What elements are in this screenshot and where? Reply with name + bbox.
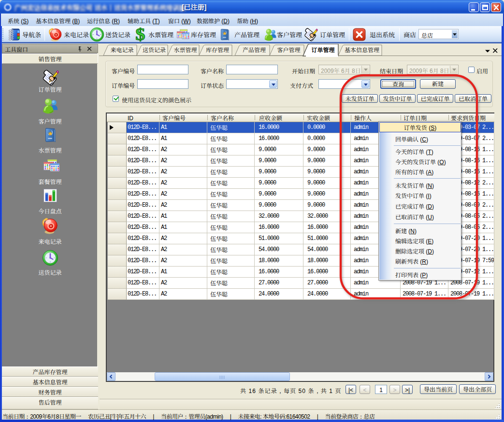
- svg-text:产品管理: 产品管理: [243, 45, 266, 54]
- svg-text:客户管理: 客户管理: [277, 45, 300, 54]
- svg-text:基本信息管理: 基本信息管理: [345, 45, 379, 54]
- svg-text:来电记录: 来电记录: [110, 45, 133, 54]
- svg-text:订单管理: 订单管理: [311, 45, 335, 54]
- svg-text:水票管理: 水票管理: [173, 45, 197, 54]
- svg-text:送货记录: 送货记录: [143, 45, 166, 54]
- svg-text:库存管理: 库存管理: [206, 45, 229, 54]
- svg-text:$: $: [135, 28, 145, 42]
